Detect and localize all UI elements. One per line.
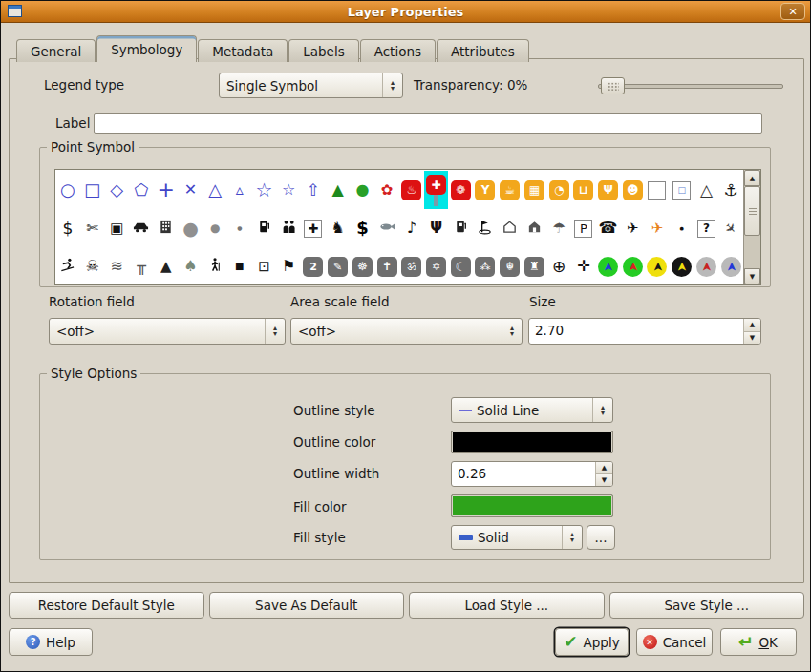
- load-style-button[interactable]: Load Style ...: [409, 592, 605, 619]
- symbol-picnic[interactable]: ╥: [129, 247, 154, 284]
- symbol-skier[interactable]: [55, 247, 80, 284]
- symbol-airport-orange[interactable]: ✈: [645, 209, 670, 247]
- close-button[interactable]: ✕: [780, 3, 805, 20]
- help-button[interactable]: ? Help: [9, 628, 93, 656]
- symbol-circle-medium[interactable]: ●: [203, 209, 227, 247]
- apply-button[interactable]: ✔ Apply: [555, 628, 629, 656]
- symbol-triangle-outline[interactable]: △: [694, 171, 719, 209]
- symbol-khanda[interactable]: ☬: [498, 247, 523, 284]
- symbol-square-inner[interactable]: □: [670, 171, 694, 209]
- symbol-arrow-red-on-gray[interactable]: ➤: [694, 247, 719, 284]
- symbol-restaurant[interactable]: Ψ: [596, 171, 621, 209]
- tab-actions[interactable]: Actions: [360, 39, 436, 62]
- symbol-question[interactable]: ?: [694, 209, 719, 247]
- tab-attributes[interactable]: Attributes: [437, 39, 529, 62]
- symbol-pizzeria[interactable]: ◔: [546, 171, 571, 209]
- tab-symbology[interactable]: Symbology: [96, 35, 197, 62]
- symbol-dharma-wheel[interactable]: ☸: [351, 247, 375, 284]
- symbol-car[interactable]: [129, 209, 154, 247]
- restore-default-style-button[interactable]: Restore Default Style: [9, 592, 204, 619]
- symbol-pentagon[interactable]: ⬠: [129, 171, 154, 209]
- symbol-people[interactable]: [276, 209, 301, 247]
- symbol-pub[interactable]: ⊔: [571, 171, 596, 209]
- save-as-default-button[interactable]: Save As Default: [209, 592, 405, 619]
- symbol-square-outline[interactable]: [645, 171, 670, 209]
- symbol-restaurant2[interactable]: Ψ: [424, 209, 449, 247]
- symbol-swimmer[interactable]: ≋: [104, 247, 129, 284]
- symbol-skull[interactable]: ☠: [80, 247, 105, 284]
- symbol-bar[interactable]: Y: [473, 171, 498, 209]
- symbol-teepee[interactable]: ▲: [154, 247, 179, 284]
- slider-handle[interactable]: [601, 77, 625, 94]
- outline-width-spinbox[interactable]: 0.26: [451, 461, 613, 487]
- symbol-arrow-black-on-yellow[interactable]: ➤: [645, 247, 670, 284]
- fill-style-combo[interactable]: Solid: [451, 525, 583, 550]
- tab-labels[interactable]: Labels: [288, 39, 358, 62]
- symbol-scrollbar[interactable]: [743, 170, 760, 284]
- symbol-rectangle[interactable]: □: [80, 171, 105, 209]
- scroll-up-icon[interactable]: [744, 170, 760, 186]
- outline-width-increment-icon[interactable]: [596, 462, 612, 474]
- symbol-crescent[interactable]: ☾: [448, 247, 473, 284]
- symbol-telephone[interactable]: ☎: [596, 209, 621, 247]
- scrollbar-thumb[interactable]: [744, 186, 760, 236]
- symbol-arrow-blue-on-green[interactable]: ➤: [596, 247, 621, 284]
- size-increment-icon[interactable]: [744, 319, 760, 332]
- symbol-hiker[interactable]: [203, 247, 227, 284]
- symbol-music-note[interactable]: ♪: [399, 209, 424, 247]
- symbol-triangle[interactable]: △: [203, 171, 227, 209]
- symbol-cinema[interactable]: ▦: [523, 171, 547, 209]
- symbol-arrow-red-on-green[interactable]: ➤: [620, 247, 645, 284]
- symbol-smile[interactable]: ☻: [620, 171, 645, 209]
- symbol-dot[interactable]: ●: [670, 209, 694, 247]
- symbol-circle[interactable]: ○: [55, 171, 80, 209]
- symbol-museum[interactable]: ♜: [523, 247, 547, 284]
- label-input[interactable]: [94, 113, 762, 134]
- rotation-field-combo[interactable]: <off>: [49, 318, 286, 345]
- outline-style-combo[interactable]: Solid Line: [451, 397, 613, 423]
- symbol-fuel2[interactable]: [448, 209, 473, 247]
- outline-color-swatch[interactable]: [451, 430, 613, 453]
- fill-color-swatch[interactable]: [451, 494, 613, 517]
- symbol-small-square[interactable]: ■: [227, 247, 252, 284]
- symbol-equilateral-triangle[interactable]: ▵: [227, 171, 252, 209]
- symbol-cross[interactable]: +: [154, 171, 179, 209]
- symbol-deer[interactable]: ♞: [326, 209, 351, 247]
- symbol-red-star[interactable]: ❁: [448, 171, 473, 209]
- symbol-christian-cross[interactable]: ✝: [374, 247, 399, 284]
- symbol-house-outline[interactable]: [498, 209, 523, 247]
- symbol-compass[interactable]: ⊕: [546, 247, 571, 284]
- symbol-regular-star[interactable]: ☆: [276, 171, 301, 209]
- symbol-arrow[interactable]: ⇧: [301, 171, 326, 209]
- legend-type-combo[interactable]: Single Symbol: [219, 73, 403, 98]
- symbol-dollar-bold[interactable]: $: [351, 209, 375, 247]
- symbol-flag[interactable]: ⚑: [276, 247, 301, 284]
- symbol-building[interactable]: [154, 209, 179, 247]
- symbol-anchor[interactable]: ⚓: [718, 171, 743, 209]
- fill-style-more-button[interactable]: ...: [587, 525, 615, 550]
- cancel-button[interactable]: ✕ Cancel: [636, 628, 713, 656]
- area-scale-field-combo[interactable]: <off>: [290, 318, 523, 345]
- symbol-fuel[interactable]: [252, 209, 277, 247]
- titlebar[interactable]: Layer Properties ✕: [1, 1, 810, 23]
- symbol-tv[interactable]: ⊡: [252, 247, 277, 284]
- symbol-pray[interactable]: 2: [301, 247, 326, 284]
- symbol-parking[interactable]: P: [571, 209, 596, 247]
- symbol-circle-small[interactable]: ●: [227, 209, 252, 247]
- symbol-dollar[interactable]: $: [55, 209, 80, 247]
- symbol-arrow-blue-on-gray[interactable]: ➤: [718, 247, 743, 284]
- symbol-golf[interactable]: [473, 209, 498, 247]
- symbol-star-of-david[interactable]: ✡: [424, 247, 449, 284]
- symbol-count[interactable]: ✎: [326, 247, 351, 284]
- outline-width-decrement-icon[interactable]: [596, 474, 612, 486]
- symbol-conifer-tree[interactable]: ▲: [326, 171, 351, 209]
- symbol-om[interactable]: ॐ: [399, 247, 424, 284]
- tab-general[interactable]: General: [16, 39, 96, 62]
- scroll-down-icon[interactable]: [744, 268, 760, 284]
- symbol-knife[interactable]: ✄: [80, 209, 105, 247]
- symbol-hospital[interactable]: ✚: [424, 171, 449, 209]
- symbol-house[interactable]: [523, 209, 547, 247]
- symbol-star[interactable]: ☆: [252, 171, 277, 209]
- save-style-button[interactable]: Save Style ...: [609, 592, 805, 619]
- size-spinbox[interactable]: 2.70: [528, 318, 761, 345]
